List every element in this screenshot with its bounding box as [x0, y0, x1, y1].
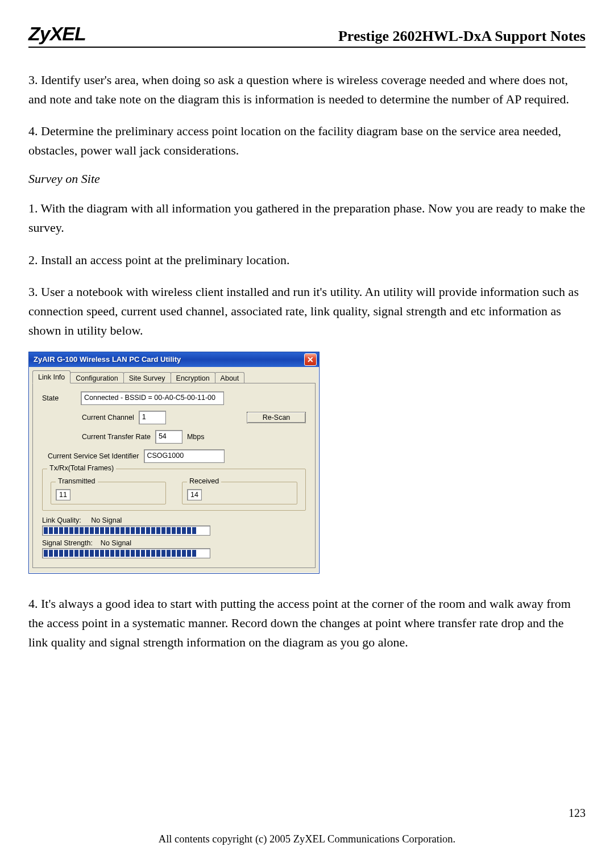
tab-configuration[interactable]: Configuration [70, 372, 123, 384]
section-heading-survey: Survey on Site [28, 172, 586, 186]
survey-step-3: 3. User a notebook with wireless client … [28, 282, 586, 340]
paragraph-3: 3. Identify user's area, when doing so a… [28, 70, 586, 109]
rescan-button[interactable]: Re-Scan [247, 412, 306, 423]
state-label: State [42, 394, 76, 402]
page-title: Prestige 2602HWL-DxA Support Notes [338, 28, 586, 45]
tab-link-info[interactable]: Link Info [32, 370, 70, 383]
page-number: 123 [569, 807, 586, 820]
signal-strength-value: No Signal [101, 539, 131, 547]
ssid-value: CSOG1000 [144, 449, 225, 463]
txrx-groupbox: Tx/Rx(Total Frames) Transmitted 11 Recei… [42, 469, 306, 511]
received-value: 14 [187, 489, 202, 500]
footer-copyright: All contents copyright (c) 2005 ZyXEL Co… [28, 833, 586, 845]
close-icon: ✕ [307, 356, 314, 364]
link-quality-value: No Signal [91, 516, 122, 524]
link-quality-row: Link Quality: No Signal [42, 516, 306, 524]
mbps-label: Mbps [187, 433, 205, 441]
survey-step-2: 2. Install an access point at the prelim… [28, 251, 586, 270]
rate-value: 54 [155, 430, 182, 444]
link-quality-meter [42, 525, 210, 536]
state-row: State Connected - BSSID = 00-A0-C5-00-11… [42, 391, 306, 405]
transmitted-value: 11 [56, 489, 70, 500]
dialog-title: ZyAIR G-100 Wireless LAN PC Card Utility [34, 355, 181, 364]
close-button[interactable]: ✕ [304, 353, 317, 366]
rate-row: Current Transfer Rate 54 Mbps [42, 430, 306, 444]
page-header: ZyXEL Prestige 2602HWL-DxA Support Notes [28, 23, 586, 48]
signal-strength-meter [42, 548, 210, 558]
tab-row: Link Info Configuration Site Survey Encr… [29, 367, 319, 383]
received-label: Received [187, 477, 221, 485]
signal-strength-label: Signal Strength: [42, 539, 93, 547]
brand-logo: ZyXEL [28, 23, 86, 45]
wireless-utility-dialog: ZyAIR G-100 Wireless LAN PC Card Utility… [28, 352, 320, 574]
tab-panel-link-info: State Connected - BSSID = 00-A0-C5-00-11… [32, 383, 316, 568]
dialog-titlebar: ZyAIR G-100 Wireless LAN PC Card Utility… [29, 352, 319, 367]
survey-step-4: 4. It's always a good idea to start with… [28, 594, 586, 652]
transmitted-groupbox: Transmitted 11 [51, 482, 166, 504]
channel-value: 1 [139, 411, 166, 424]
txrx-group-label: Tx/Rx(Total Frames) [47, 464, 116, 472]
document-page: ZyXEL Prestige 2602HWL-DxA Support Notes… [0, 0, 614, 868]
rate-label: Current Transfer Rate [82, 433, 151, 441]
signal-strength-row: Signal Strength: No Signal [42, 539, 306, 547]
link-quality-label: Link Quality: [42, 516, 81, 524]
tab-encryption[interactable]: Encryption [171, 372, 215, 384]
state-value: Connected - BSSID = 00-A0-C5-00-11-00 [81, 391, 224, 405]
tab-site-survey[interactable]: Site Survey [123, 372, 171, 384]
ssid-label: Current Service Set Identifier [48, 452, 139, 460]
ssid-row: Current Service Set Identifier CSOG1000 [42, 449, 306, 463]
survey-step-1: 1. With the diagram with all information… [28, 199, 586, 237]
tab-about[interactable]: About [215, 372, 245, 384]
paragraph-4: 4. Determine the preliminary access poin… [28, 122, 586, 160]
received-groupbox: Received 14 [182, 482, 297, 504]
transmitted-label: Transmitted [56, 477, 98, 485]
channel-row: Current Channel 1 Re-Scan [42, 411, 306, 424]
channel-label: Current Channel [82, 414, 134, 422]
